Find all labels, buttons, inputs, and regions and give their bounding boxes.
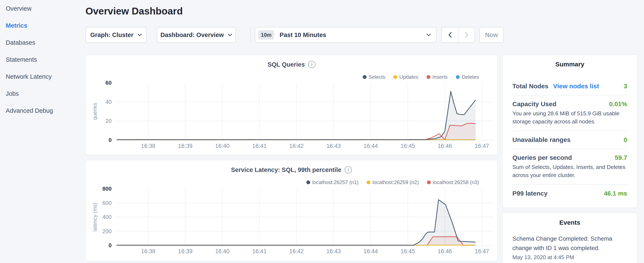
summary-row-unavailable-ranges: Unavailable ranges 0 <box>512 131 627 149</box>
x-tick-label: 16:43 <box>326 143 341 149</box>
sql-queries-chart-card: SQL Queries i SelectsUpdatesInsertsDelet… <box>86 55 498 155</box>
time-range-selector[interactable]: 10m Past 10 Minutes <box>255 27 436 43</box>
x-tick-label: 16:44 <box>364 143 378 149</box>
x-tick-label: 16:38 <box>141 143 156 149</box>
summary-row-label: P99 latency <box>512 190 548 197</box>
sidebar-item-statements[interactable]: Statements <box>0 51 85 68</box>
event-message: Schema Change Completed: Schema change w… <box>512 234 627 253</box>
toolbar-divider <box>250 27 251 43</box>
Selects-area <box>117 91 476 140</box>
y-tick-label: 60 <box>106 80 112 86</box>
summary-row-value: 46.1 ms <box>604 190 627 197</box>
y-tick-label: 800 <box>102 185 112 192</box>
y-tick-label: 600 <box>102 200 112 206</box>
summary-row-label: Queries per second <box>512 154 572 161</box>
events-panel: Events Schema Change Completed: Schema c… <box>502 213 637 263</box>
y-axis-label: queries <box>92 103 98 120</box>
service-latency-chart: 16:3816:3916:4016:4116:4216:4316:4416:45… <box>86 160 498 261</box>
now-button[interactable]: Now <box>480 27 504 43</box>
dashboard-dropdown[interactable]: Dashboard: Overview <box>157 27 236 43</box>
sidebar: Overview Metrics Databases Statements Ne… <box>0 0 85 263</box>
summary-row-label: Unavailable ranges <box>512 136 570 143</box>
x-tick-label: 16:43 <box>326 248 341 254</box>
y-tick-label: 400 <box>102 214 112 220</box>
Selects-line <box>117 91 476 140</box>
graph-dropdown-label: Graph: Cluster <box>90 32 133 39</box>
sql-queries-chart: 16:3816:3916:4016:4116:4216:4316:4416:45… <box>86 55 498 155</box>
x-tick-label: 16:47 <box>475 143 489 149</box>
service-latency-chart-card: Service Latency: SQL, 99th percentile i … <box>86 160 498 261</box>
chevron-down-icon <box>137 34 142 37</box>
x-tick-label: 16:45 <box>400 248 415 254</box>
y-tick-label: 0 <box>109 242 112 248</box>
summary-title: Summary <box>512 60 627 68</box>
summary-row-label: Total Nodes <box>512 83 548 90</box>
sidebar-item-metrics[interactable]: Metrics <box>0 17 85 34</box>
y-tick-label: 0 <box>109 137 112 143</box>
x-tick-label: 16:42 <box>289 143 304 149</box>
next-timeframe-button[interactable] <box>458 28 474 42</box>
chevron-left-icon <box>448 32 452 38</box>
page-title: Overview Dashboard <box>86 5 183 18</box>
chevron-right-icon <box>464 32 469 38</box>
graph-dropdown[interactable]: Graph: Cluster <box>86 27 147 43</box>
x-tick-label: 16:41 <box>252 248 266 254</box>
summary-row-description: You are using 28.6 MiB of 515.9 GiB usab… <box>512 109 627 126</box>
sidebar-item-network-latency[interactable]: Network Latency <box>0 68 85 85</box>
summary-panel: Summary Total Nodes View nodes list 3 Ca… <box>502 55 637 208</box>
time-range-badge: 10m <box>258 30 274 40</box>
sidebar-item-advanced-debug[interactable]: Advanced Debug <box>0 102 85 119</box>
x-tick-label: 16:39 <box>178 143 193 149</box>
summary-row-value: 0 <box>624 136 627 143</box>
events-title: Events <box>512 219 627 226</box>
x-tick-label: 16:46 <box>438 248 452 254</box>
Inserts-area <box>117 123 476 140</box>
x-tick-label: 16:45 <box>400 143 415 149</box>
event-item[interactable]: Schema Change Completed: Schema change w… <box>512 234 627 261</box>
view-nodes-list-link[interactable]: View nodes list <box>553 83 599 90</box>
x-tick-label: 16:40 <box>215 248 230 254</box>
chevron-down-icon <box>426 34 431 37</box>
x-tick-label: 16:39 <box>178 248 193 254</box>
y-axis-label: latency (ms) <box>92 203 98 231</box>
sidebar-item-overview[interactable]: Overview <box>0 0 85 17</box>
time-range-label: Past 10 Minutes <box>280 32 422 39</box>
summary-row-value: 0.01% <box>609 100 627 108</box>
summary-row-label: Capacity Used <box>512 100 556 108</box>
sidebar-item-databases[interactable]: Databases <box>0 34 85 51</box>
summary-row-queries-per-second: Queries per second 59.7 Sum of Selects, … <box>512 149 627 184</box>
x-tick-label: 16:41 <box>252 143 266 149</box>
x-tick-label: 16:40 <box>215 143 230 149</box>
x-tick-label: 16:47 <box>475 248 489 254</box>
x-tick-label: 16:46 <box>438 143 452 149</box>
previous-timeframe-button[interactable] <box>442 28 458 42</box>
toolbar: Graph: Cluster Dashboard: Overview 10m P… <box>86 27 504 43</box>
event-timestamp: May 13, 2020 at 4:45 PM <box>512 254 627 261</box>
summary-row-capacity-used: Capacity Used 0.01% You are using 28.6 M… <box>512 95 627 131</box>
y-tick-label: 200 <box>102 228 112 234</box>
sidebar-item-jobs[interactable]: Jobs <box>0 85 85 102</box>
y-tick-label: 20 <box>106 118 112 124</box>
chevron-down-icon <box>228 34 232 37</box>
x-tick-label: 16:42 <box>289 248 304 254</box>
summary-row-value: 3 <box>624 83 627 90</box>
summary-row-p99-latency: P99 latency 46.1 ms <box>512 185 627 202</box>
dashboard-dropdown-label: Dashboard: Overview <box>160 32 224 39</box>
y-tick-label: 40 <box>106 99 112 105</box>
time-step-buttons <box>442 27 475 43</box>
summary-row-description: Sum of Selects, Updates, Inserts, and De… <box>512 163 627 179</box>
summary-row-total-nodes: Total Nodes View nodes list 3 <box>512 78 627 95</box>
localhost:26257 (n1)-area <box>117 200 476 245</box>
localhost:26257 (n1)-line <box>117 200 476 245</box>
x-tick-label: 16:44 <box>364 248 378 254</box>
summary-row-value: 59.7 <box>615 154 627 161</box>
x-tick-label: 16:38 <box>141 248 156 254</box>
summary-rows: Total Nodes View nodes list 3 Capacity U… <box>512 78 627 202</box>
Inserts-line <box>117 123 476 140</box>
